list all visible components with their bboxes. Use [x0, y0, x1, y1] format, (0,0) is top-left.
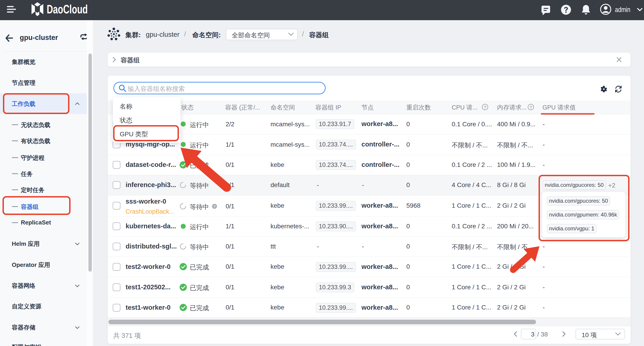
svg-text:?: ?: [214, 204, 216, 208]
svg-text:?: ?: [484, 105, 486, 110]
svg-text:?: ?: [530, 105, 532, 110]
